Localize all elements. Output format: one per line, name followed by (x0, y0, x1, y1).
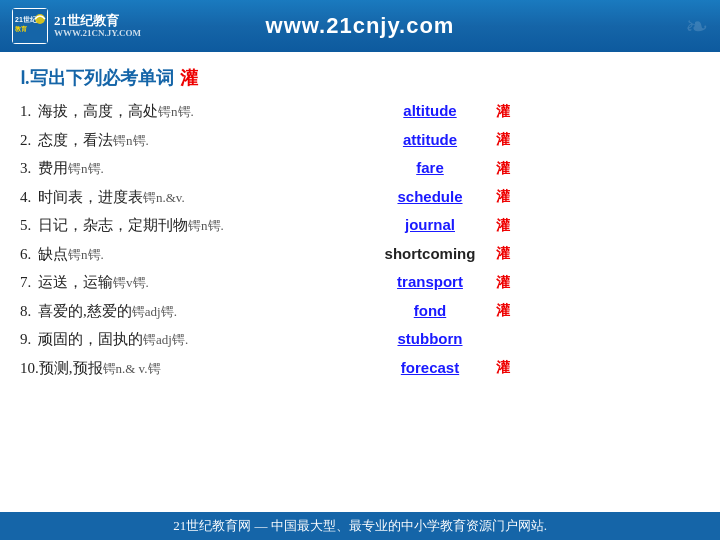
list-item: 4. 时间表，进度表锷n.&v. (20, 186, 350, 209)
answer-item: journal 灌 (370, 214, 700, 237)
logo-text: 21世纪教育 WWW.21CN.JY.COM (54, 13, 141, 39)
list-item: 7. 运送，运输锷v锷. (20, 271, 350, 294)
header: 21世纪 教育 21世纪教育 WWW.21CN.JY.COM www.21cnj… (0, 0, 720, 52)
right-column: altitude 灌 attitude 灌 fare 灌 schedule 灌 … (360, 100, 700, 385)
answer-item: shortcoming 灌 (370, 243, 700, 266)
list-item: 2. 态度，看法锷n锷. (20, 129, 350, 152)
answer-item: fond 灌 (370, 300, 700, 323)
svg-text:21世纪: 21世纪 (15, 15, 38, 23)
list-item: 5. 日记，杂志，定期刊物锷n锷. (20, 214, 350, 237)
logo-icon: 21世纪 教育 (12, 8, 48, 44)
main-content: Ⅰ.写出下列必考单词 灌 1. 海拔，高度，高处锷n锷. 2. 态度，看法锷n锷… (0, 52, 720, 512)
answer-item: schedule 灌 (370, 186, 700, 209)
svg-text:教育: 教育 (14, 25, 28, 32)
header-decoration: ❧ (685, 10, 708, 43)
answer-item: forecast 灌 (370, 357, 700, 380)
title-highlight: 灌 (180, 66, 198, 90)
answer-item: altitude 灌 (370, 100, 700, 123)
list-item: 3. 费用锷n锷. (20, 157, 350, 180)
section-title: Ⅰ.写出下列必考单词 灌 (20, 66, 700, 90)
footer: 21世纪教育网 — 中国最大型、最专业的中小学教育资源门户网站. (0, 512, 720, 540)
title-text: Ⅰ.写出下列必考单词 (20, 66, 174, 90)
list-item: 1. 海拔，高度，高处锷n锷. (20, 100, 350, 123)
header-url: www.21cnjy.com (266, 13, 455, 39)
list-item: 9. 顽固的，固执的锷adj锷. (20, 328, 350, 351)
answer-item: fare 灌 (370, 157, 700, 180)
answer-item: transport 灌 (370, 271, 700, 294)
items-grid: 1. 海拔，高度，高处锷n锷. 2. 态度，看法锷n锷. 3. 费用锷n锷. 4… (20, 100, 700, 385)
left-column: 1. 海拔，高度，高处锷n锷. 2. 态度，看法锷n锷. 3. 费用锷n锷. 4… (20, 100, 360, 385)
footer-text: 21世纪教育网 — 中国最大型、最专业的中小学教育资源门户网站. (173, 517, 547, 535)
logo: 21世纪 教育 21世纪教育 WWW.21CN.JY.COM (12, 8, 141, 44)
answer-item: attitude 灌 (370, 129, 700, 152)
answer-item: stubborn (370, 328, 700, 351)
list-item: 8. 喜爱的,慈爱的锷adj锷. (20, 300, 350, 323)
list-item: 6. 缺点锷n锷. (20, 243, 350, 266)
list-item: 10. 预测,预报锷n.& v.锷 (20, 357, 350, 380)
